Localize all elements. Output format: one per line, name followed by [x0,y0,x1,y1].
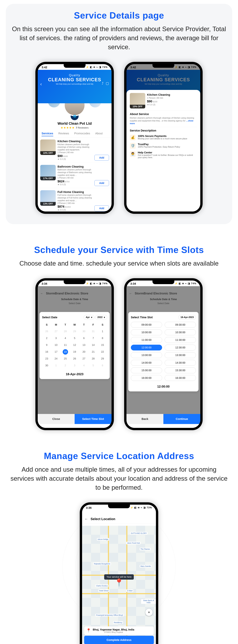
calendar-day-next[interactable]: 5 [88,362,98,368]
calendar-day[interactable]: 18 [63,349,68,354]
calendar-day-next[interactable]: 2 [61,362,70,368]
calendar-day[interactable]: 26 [70,356,79,362]
map-pin-icon[interactable]: 📍 [114,578,124,587]
time-slot-option[interactable]: 15:00:00 [131,368,162,373]
time-slot-option[interactable]: 16:00:00 [131,375,162,381]
calendar-day[interactable]: 28 [88,356,98,362]
map-poi-label[interactable]: Rajwada Bungalows [93,562,111,565]
back-button[interactable]: Back [126,414,163,424]
year-selector[interactable]: 2022▾ [95,315,107,320]
close-button[interactable]: Close [38,414,75,424]
calendar-day[interactable]: 9 [42,342,51,348]
select-time-slot-button[interactable]: Select Time Slot [75,414,112,424]
calendar-day[interactable]: 23 [42,356,51,362]
map-poi-label[interactable]: Iskcon bridge [97,538,109,540]
map-poi-label[interactable]: D Mart [126,590,133,592]
map-poi-label[interactable]: Clarks Exotica [95,584,108,587]
calendar-day[interactable]: 15 [98,342,107,348]
tab-services[interactable]: Services [41,132,53,136]
time-slot-option[interactable]: 10:00:00 [131,330,162,335]
time-slot-option[interactable]: 12:00:00 [131,345,162,350]
calendar-day[interactable]: 24 [51,356,61,362]
phone-schedule-date: 3:34 ⚡ ◧ ≅ ⌁ ◨ 74% ← StormBrand Electron… [35,278,114,430]
map-poi-label[interactable]: Residency [113,621,123,624]
tab-about[interactable]: About [95,132,103,136]
calendar-day[interactable]: 3 [51,335,61,341]
time-slot-option[interactable]: 10:30:00 [165,330,196,335]
time-slot-option[interactable]: 11:30:00 [165,337,196,343]
calendar-day[interactable]: 14 [88,342,98,348]
time-slot-option[interactable]: 09:30:00 [165,322,196,328]
calendar-day[interactable]: 8 [98,335,107,341]
tab-reviews[interactable]: Reviews [58,132,69,136]
map-poi-label[interactable]: Hotel Shree [98,590,109,592]
tab-promocodes[interactable]: Promocodes [74,132,90,136]
phone-service-list: 3:42 ✉ ⚡ ◧ ≅ ⌁ ◨ 74% ‹ ⤴ ▢ Quality CLEAN… [35,62,114,214]
service-row[interactable]: 10% OFF Kitchen Cleaning Kitchen cleaner… [38,138,112,163]
calendar-day[interactable]: 30 [42,362,51,368]
calendar-day[interactable]: 10 [51,342,61,348]
time-slot-option[interactable]: 09:00:00 [131,322,162,328]
calendar-day[interactable]: 21 [88,349,98,355]
time-slot-option[interactable]: 13:30:00 [165,352,196,358]
add-button[interactable]: Add [94,180,109,186]
calendar-day[interactable]: 17 [51,349,61,355]
calendar-day[interactable]: 1 [98,328,107,334]
map-poi-label[interactable]: Powergrid temporary Office Bhuj2 [95,614,124,616]
calendar-day-next[interactable]: 4 [79,362,88,368]
calendar-day[interactable]: 6 [79,335,88,341]
map-poi-label[interactable]: State Bank of India [141,599,156,604]
service-meta: 2 Person | 160 min [57,202,93,205]
service-price: $874 [57,205,64,208]
time-slot-option[interactable]: 14:30:00 [165,360,196,366]
add-button[interactable]: Add [94,206,109,211]
back-arrow-icon[interactable]: ← [85,517,88,521]
calendar-day[interactable]: 29 [98,356,107,362]
map-poi-label[interactable]: GUTS AND GLORY [130,532,148,534]
selected-time-label: 12:00:00 [131,385,196,388]
add-button[interactable]: Add [94,155,109,160]
service-oldprice: $100 [63,155,68,158]
service-row[interactable]: 13% OFF Full Home Cleaning Full home cle… [38,188,112,212]
calendar-day-prev[interactable]: 26 [42,328,51,334]
calendar-day-prev[interactable]: 31 [88,328,98,334]
service-row[interactable]: 17% OFF Bathroom Cleaning Bathroom clean… [38,163,112,188]
calendar-day-next[interactable]: 6 [98,362,107,368]
complete-address-button[interactable]: Complete Address [84,636,154,644]
map-poi-label[interactable]: The Flames [140,548,151,550]
time-slot-option[interactable]: 16:30:00 [165,375,196,381]
map-poi-label[interactable]: Iskon Food Hub [126,542,141,544]
phone-schedule-time: 3:34 ⚡ ◧ ≅ ⌁ ◨ 74% ← StormBrand Electron… [124,278,203,430]
calendar-day[interactable]: 22 [98,349,107,355]
calendar-day[interactable]: 12 [70,342,79,348]
calendar-day-prev[interactable]: 28 [61,328,70,334]
calendar-day[interactable]: 13 [79,342,88,348]
continue-button[interactable]: Continue [163,414,200,424]
selected-date-chip[interactable]: 18-Apr-2023 [178,315,196,320]
time-slot-option[interactable]: 13:00:00 [131,352,162,358]
time-slot-option[interactable]: 14:00:00 [131,360,162,366]
time-slot-option[interactable]: 11:00:00 [131,337,162,343]
calendar-day-next[interactable]: 3 [70,362,79,368]
calendar-day[interactable]: 20 [79,349,88,355]
calendar-day[interactable]: 25 [61,356,70,362]
calendar-day[interactable]: 2 [42,335,51,341]
month-selector[interactable]: Apr▾ [84,315,94,320]
time-slot-option[interactable]: 12:30:00 [165,345,196,350]
calendar-day-prev[interactable]: 29 [70,328,79,334]
calendar-day[interactable]: 19 [70,349,79,355]
calendar-day[interactable]: 16 [42,349,51,355]
calendar-day[interactable]: 27 [79,356,88,362]
calendar-day-prev[interactable]: 30 [79,328,88,334]
calendar-day-prev[interactable]: 27 [51,328,61,334]
calendar-day[interactable]: 7 [88,335,98,341]
time-slot-option[interactable]: 15:30:00 [165,368,196,373]
feature-title: 100% Secure Payments [138,134,187,138]
calendar-day[interactable]: 5 [70,335,79,341]
calendar-day[interactable]: 4 [61,335,70,341]
calendar-day[interactable]: 11 [61,342,70,348]
map-poi-label[interactable]: Maru Gamdu [140,565,152,568]
services-list: 10% OFF Kitchen Cleaning Kitchen cleaner… [38,138,112,212]
locate-me-button[interactable]: ⌖ [145,609,153,616]
calendar-day-next[interactable]: 1 [51,362,61,368]
